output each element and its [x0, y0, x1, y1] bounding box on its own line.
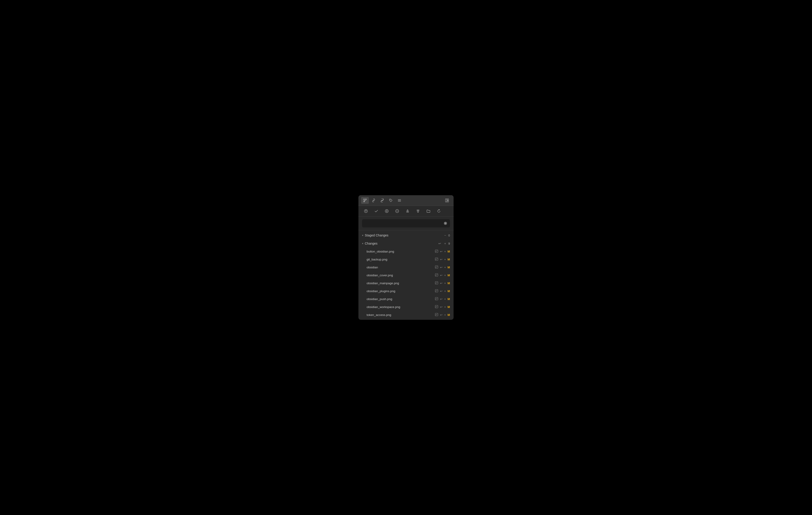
file-status-8: M	[447, 305, 450, 309]
file-add-icon-3[interactable]: +	[444, 265, 447, 270]
changes-file-item-4[interactable]: obsidian_cover.png ↩ + M	[358, 271, 454, 279]
file-add-icon-6[interactable]: +	[444, 289, 447, 293]
toolbar-top	[358, 195, 454, 206]
file-stage-icon-2[interactable]	[434, 257, 439, 262]
stage-button[interactable]	[383, 208, 390, 214]
file-add-icon-1[interactable]: +	[444, 249, 447, 254]
file-discard-icon-5[interactable]: ↩	[439, 281, 443, 285]
staged-changes-minus-icon[interactable]: −	[443, 233, 447, 238]
file-add-icon-4[interactable]: +	[444, 273, 447, 277]
changes-file-item-8[interactable]: obsidian_workspace.png ↩ + M	[358, 303, 454, 311]
layout-button[interactable]	[443, 197, 451, 204]
open-folder-button[interactable]	[425, 208, 432, 214]
changes-file-item-6[interactable]: obsidian_plugins.png ↩ + M	[358, 287, 454, 295]
file-add-icon-7[interactable]: +	[444, 297, 447, 301]
file-status-1: M	[447, 250, 450, 253]
staged-changes-label: Staged Changes	[365, 234, 443, 237]
changes-file-item-5[interactable]: obsidian_mainpage.png ↩ + M	[358, 279, 454, 287]
commit-button[interactable]	[373, 208, 380, 214]
file-discard-icon-3[interactable]: ↩	[439, 265, 443, 270]
pull-button[interactable]	[414, 208, 422, 214]
svg-point-1	[366, 199, 366, 200]
list-button[interactable]	[396, 197, 403, 204]
file-stage-icon-1[interactable]	[434, 249, 439, 254]
file-status-4: M	[447, 274, 450, 277]
svg-point-4	[390, 200, 390, 200]
changes-plus-icon[interactable]: +	[443, 241, 447, 246]
changes-chevron: ▾	[362, 242, 364, 245]
file-stage-icon-9[interactable]	[434, 312, 439, 317]
svg-rect-10	[447, 201, 448, 202]
push-up-button[interactable]	[362, 208, 370, 214]
refresh-button[interactable]	[435, 208, 443, 214]
changes-file-item-7[interactable]: obsidian_push.png ↩ + M	[358, 295, 454, 303]
file-stage-icon-4[interactable]	[434, 273, 439, 278]
file-discard-icon-4[interactable]: ↩	[439, 273, 443, 277]
unstage-button[interactable]	[393, 208, 401, 214]
changes-section-header[interactable]: ▾ Changes ↩ + 9	[358, 239, 454, 247]
file-discard-icon-2[interactable]: ↩	[439, 257, 443, 262]
file-add-icon-8[interactable]: +	[444, 305, 447, 309]
staged-changes-section-header[interactable]: ▾ Staged Changes − 0	[358, 231, 454, 239]
changes-section: ▾ Changes ↩ + 9 button_obsidian.png ↩ +	[358, 239, 454, 319]
toolbar-second	[358, 206, 454, 216]
tags-button[interactable]	[387, 197, 395, 204]
commit-area: vault backup: {{date}}	[358, 216, 454, 230]
changes-file-item-3[interactable]: obsidian ↩ + M	[358, 263, 454, 271]
git-panel: vault backup: {{date}} ▾ Staged Changes …	[358, 195, 454, 320]
svg-rect-9	[447, 199, 448, 200]
file-add-icon-9[interactable]: +	[444, 313, 447, 317]
file-add-icon-5[interactable]: +	[444, 281, 447, 285]
toolbar-top-left	[361, 197, 403, 204]
file-discard-icon-8[interactable]: ↩	[439, 305, 443, 309]
commit-message-input[interactable]: vault backup: {{date}}	[364, 221, 441, 225]
clear-commit-button[interactable]	[443, 221, 448, 225]
file-status-5: M	[447, 281, 450, 285]
changes-undo-icon[interactable]: ↩	[437, 241, 442, 246]
file-status-9: M	[447, 313, 450, 316]
file-stage-icon-5[interactable]	[434, 281, 439, 285]
file-status-6: M	[447, 290, 450, 293]
file-stage-icon-6[interactable]	[434, 289, 439, 294]
commit-input-wrapper: vault backup: {{date}}	[362, 219, 450, 228]
changes-file-item-2[interactable]: git_backup.png ↩ + M	[358, 255, 454, 263]
link2-button[interactable]	[378, 197, 386, 204]
file-stage-icon-3[interactable]	[434, 265, 439, 270]
changes-label: Changes	[365, 242, 437, 245]
file-discard-icon-9[interactable]: ↩	[439, 313, 443, 317]
staged-changes-count: 0	[448, 234, 450, 237]
file-list: ▾ Staged Changes − 0 ▾ Changes ↩ + 9 but…	[358, 230, 454, 320]
file-discard-icon-6[interactable]: ↩	[439, 289, 443, 293]
staged-changes-actions: − 0	[443, 233, 450, 238]
svg-rect-8	[445, 199, 447, 202]
svg-point-2	[364, 201, 365, 202]
file-add-icon-2[interactable]: +	[444, 257, 447, 262]
source-control-button[interactable]	[361, 197, 369, 204]
push-button[interactable]	[404, 208, 411, 214]
file-discard-icon-1[interactable]: ↩	[439, 249, 443, 254]
staged-changes-chevron: ▾	[362, 234, 364, 237]
file-status-7: M	[447, 297, 450, 301]
changes-file-item-9[interactable]: token_access.png ↩ + M	[358, 311, 454, 319]
file-stage-icon-8[interactable]	[434, 305, 439, 309]
svg-point-0	[364, 199, 365, 200]
changes-actions: ↩ + 9	[437, 241, 450, 246]
file-stage-icon-7[interactable]	[434, 297, 439, 301]
file-status-2: M	[447, 258, 450, 261]
changes-count: 9	[448, 242, 450, 245]
file-status-3: M	[447, 266, 450, 269]
link1-button[interactable]	[370, 197, 377, 204]
changes-file-item-1[interactable]: button_obsidian.png ↩ + M	[358, 247, 454, 255]
file-discard-icon-7[interactable]: ↩	[439, 297, 443, 301]
